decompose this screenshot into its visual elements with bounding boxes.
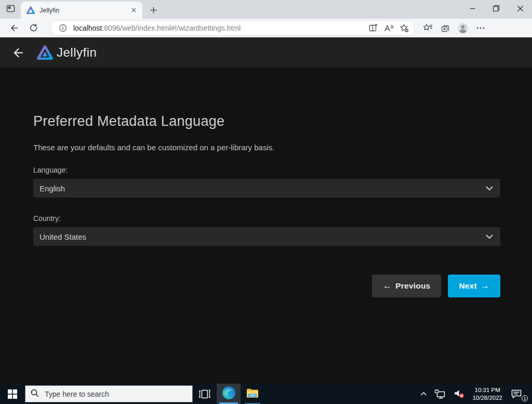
jellyfin-brand-text: Jellyfin bbox=[57, 45, 97, 60]
tab-title: Jellyfin bbox=[39, 7, 129, 14]
read-aloud-icon[interactable] bbox=[381, 21, 396, 35]
taskbar-search-input[interactable]: Type here to search bbox=[25, 385, 193, 402]
taskbar-clock[interactable]: 10:31 PM 10/28/2022 bbox=[468, 386, 507, 402]
next-button[interactable]: Next → bbox=[448, 275, 500, 297]
system-tray: 10:31 PM 10/28/2022 1 bbox=[417, 384, 532, 404]
chevron-down-icon bbox=[486, 184, 493, 193]
wizard-page: Preferred Metadata Language These are yo… bbox=[0, 68, 532, 384]
add-favorite-icon[interactable] bbox=[396, 21, 412, 35]
next-button-label: Next bbox=[459, 281, 476, 291]
browser-window: Jellyfin bbox=[0, 0, 532, 404]
language-label: Language: bbox=[33, 166, 500, 174]
language-selected-value: English bbox=[39, 184, 486, 193]
taskbar-edge-button[interactable] bbox=[217, 384, 241, 404]
windows-taskbar: Type here to search bbox=[0, 384, 532, 404]
previous-button-label: Previous bbox=[395, 281, 430, 291]
language-field: Language: English bbox=[33, 166, 500, 198]
action-center-button[interactable]: 1 bbox=[507, 384, 529, 404]
country-field: Country: United States bbox=[33, 214, 500, 246]
toolbar-buttons bbox=[419, 20, 489, 36]
profile-avatar[interactable] bbox=[454, 20, 472, 36]
tab-close-icon[interactable] bbox=[129, 6, 138, 15]
start-button[interactable] bbox=[0, 384, 25, 404]
arrow-right-icon: → bbox=[481, 281, 489, 291]
url-host: localhost bbox=[73, 24, 102, 32]
volume-muted-icon[interactable] bbox=[450, 384, 468, 404]
url-text: localhost:8096/web/index.html#!/wizardse… bbox=[73, 24, 365, 32]
tab-actions-icon bbox=[6, 4, 15, 15]
new-tab-button[interactable] bbox=[145, 2, 161, 18]
previous-button[interactable]: ← Previous bbox=[372, 275, 441, 297]
address-bar[interactable]: localhost:8096/web/index.html#!/wizardse… bbox=[51, 20, 415, 35]
search-icon bbox=[31, 389, 39, 399]
url-path: :8096/web/index.html#!/wizardsettings.ht… bbox=[102, 24, 241, 32]
close-button[interactable] bbox=[508, 0, 532, 17]
notification-badge: 1 bbox=[522, 395, 528, 401]
wizard-buttons: ← Previous Next → bbox=[33, 275, 500, 297]
page-subtitle: These are your defaults and can be custo… bbox=[33, 143, 500, 152]
back-button[interactable] bbox=[6, 20, 22, 36]
country-select[interactable]: United States bbox=[33, 227, 500, 246]
browser-titlebar: Jellyfin bbox=[0, 0, 532, 19]
network-icon[interactable] bbox=[431, 384, 450, 404]
page-title: Preferred Metadata Language bbox=[33, 113, 500, 129]
jellyfin-favicon-icon bbox=[26, 6, 35, 15]
browser-toolbar: localhost:8096/web/index.html#!/wizardse… bbox=[0, 19, 532, 37]
browser-tab-jellyfin[interactable]: Jellyfin bbox=[21, 2, 142, 19]
window-controls bbox=[460, 0, 532, 17]
arrow-left-icon: ← bbox=[383, 281, 392, 291]
tray-chevron-up-icon[interactable] bbox=[417, 384, 431, 404]
chevron-down-icon bbox=[486, 232, 493, 241]
clock-time: 10:31 PM bbox=[472, 386, 502, 394]
app-back-button[interactable] bbox=[6, 41, 29, 64]
restore-button[interactable] bbox=[484, 0, 508, 17]
favorites-icon[interactable] bbox=[419, 20, 436, 36]
jellyfin-logo-icon bbox=[36, 44, 54, 61]
clock-date: 10/28/2022 bbox=[472, 394, 502, 402]
taskbar-file-explorer-button[interactable] bbox=[241, 384, 264, 404]
edge-icon bbox=[222, 386, 236, 402]
tab-actions-menu-button[interactable] bbox=[0, 0, 21, 19]
minimize-button[interactable] bbox=[460, 0, 484, 17]
split-screen-icon[interactable] bbox=[365, 21, 381, 35]
search-placeholder-text: Type here to search bbox=[45, 390, 109, 398]
collections-icon[interactable] bbox=[436, 20, 454, 36]
refresh-button[interactable] bbox=[25, 20, 42, 36]
file-explorer-icon bbox=[246, 387, 259, 401]
language-select[interactable]: English bbox=[33, 179, 500, 198]
country-selected-value: United States bbox=[39, 232, 486, 241]
country-label: Country: bbox=[33, 214, 500, 223]
jellyfin-header: Jellyfin bbox=[0, 37, 532, 68]
settings-menu-icon[interactable] bbox=[472, 20, 489, 36]
task-view-button[interactable] bbox=[193, 384, 217, 404]
site-info-icon[interactable] bbox=[57, 22, 69, 34]
